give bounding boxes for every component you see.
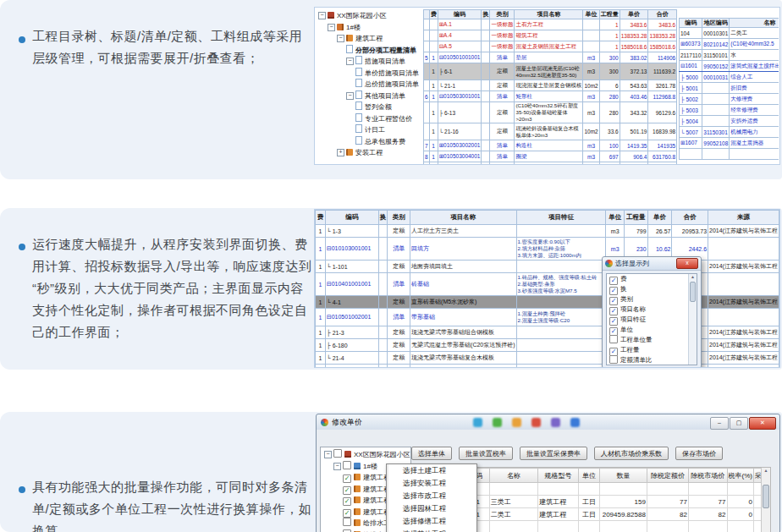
- table-row[interactable]: 1└ 4-1定额直形砖基础(M5水泥砂浆)2014(江苏建筑与装饰工程: [316, 296, 779, 309]
- table-row[interactable]: ├ 500000010031综合人工机械台班: [680, 72, 779, 83]
- table-row[interactable]: 10400010301二类工建筑工程: [680, 28, 779, 39]
- column-header[interactable]: 编码: [680, 19, 702, 28]
- table-row[interactable]: 61⊟010503001001清单矩形柱m3280403.46112968.8: [424, 91, 677, 102]
- column-header[interactable]: 单位: [579, 469, 600, 483]
- tree-item[interactable]: +安装工程: [317, 147, 421, 159]
- column-header[interactable]: 类别: [388, 211, 410, 225]
- tree-item[interactable]: 暂列金额: [317, 101, 421, 113]
- column-header[interactable]: 项目特征: [516, 211, 606, 225]
- table-row[interactable]: ├ 5004安拆外运费: [680, 116, 779, 127]
- table-row[interactable]: ⊟160199050152滚筒式混凝土搅拌出料容量400L: [680, 61, 779, 72]
- expander-icon[interactable]: −: [324, 451, 332, 458]
- column-option[interactable]: 定额清单比: [607, 355, 697, 365]
- table-row[interactable]: ├ 5003经常修理费: [680, 105, 779, 116]
- column-header[interactable]: 合价: [648, 10, 677, 19]
- scrollbar-thumb[interactable]: [763, 485, 769, 508]
- column-header[interactable]: 换: [378, 211, 388, 225]
- column-option[interactable]: 项目名称: [607, 304, 697, 315]
- table-row[interactable]: [680, 149, 779, 160]
- column-header[interactable]: 工程量: [624, 211, 647, 225]
- column-header[interactable]: 项目名称: [410, 211, 517, 225]
- checkbox[interactable]: [609, 355, 618, 364]
- column-header[interactable]: 换: [482, 10, 490, 19]
- table-row[interactable]: 81⊞010503004001清单圈梁m3697906.4631760.8: [424, 151, 677, 162]
- tree-item[interactable]: −1#楼: [317, 22, 421, 34]
- table-row[interactable]: [443, 521, 770, 532]
- table-row[interactable]: 1└ 21-16定额现浇砼斜设备基础复合木模板单体>20m310m233.650…: [424, 123, 677, 140]
- column-option[interactable]: 单位: [607, 325, 697, 335]
- column-header[interactable]: 费: [316, 211, 326, 225]
- table-row[interactable]: └ 500731150301机械用电力: [680, 127, 779, 138]
- column-header[interactable]: 单位: [583, 10, 599, 19]
- table-row[interactable]: ⊞160799052108混凝土震捣器平板式: [680, 138, 779, 149]
- tree-item[interactable]: −其他项目清单: [317, 90, 421, 102]
- tree-item[interactable]: 总承包服务费: [317, 136, 421, 148]
- table-row[interactable]: 人工: [443, 483, 770, 496]
- checkbox[interactable]: [343, 461, 351, 469]
- tree-item[interactable]: 分部分项工程量清单: [317, 45, 421, 57]
- table-row[interactable]: ├ 5001折旧费: [680, 83, 779, 94]
- checkbox[interactable]: [343, 518, 351, 526]
- table-row[interactable]: 00010301二类工建筑工程工日209459.8258882820: [443, 508, 770, 521]
- expander-icon[interactable]: −: [346, 58, 354, 65]
- close-icon[interactable]: x: [676, 258, 698, 269]
- column-header[interactable]: 名称: [489, 469, 537, 483]
- toolbar-button[interactable]: 保存市场价: [675, 447, 723, 460]
- scrollbar-thumb[interactable]: [690, 282, 696, 302]
- column-header[interactable]: 规格型号: [538, 469, 579, 483]
- checkbox[interactable]: [333, 449, 342, 458]
- toolbar-button[interactable]: 选择单体: [411, 447, 452, 460]
- vertical-scrollbar[interactable]: ▲: [761, 468, 770, 532]
- menu-item[interactable]: 选择园林工程: [387, 502, 476, 515]
- close-icon[interactable]: ✕: [749, 417, 776, 430]
- column-header[interactable]: 地区编码: [702, 19, 730, 28]
- expander-icon[interactable]: −: [346, 92, 354, 100]
- table-row[interactable]: 1├ 6-13定额(C10砼40mm32.5碎石塑度35-50)设备基础砼凝体>…: [424, 102, 677, 123]
- table-row[interactable]: 00010401三类工建筑工程工日15977770: [443, 496, 770, 508]
- checkbox[interactable]: [609, 335, 618, 343]
- table-row[interactable]: 211711031150101水: [680, 50, 779, 61]
- expander-icon[interactable]: −: [333, 463, 341, 470]
- tree-item[interactable]: 专业工程暂估价: [317, 113, 421, 125]
- table-row[interactable]: 1├ 6-180定额无梁式混凝土带形基础(C20泵送预拌砼)2014(江苏建筑与…: [316, 339, 779, 352]
- column-header[interactable]: 税率(%): [727, 469, 753, 483]
- table-row[interactable]: 1└ 1-3定额人工挖土方三类土m379926.5720953.732014(江…: [316, 225, 779, 238]
- column-header[interactable]: 名称: [730, 19, 779, 28]
- checkbox[interactable]: [343, 486, 351, 495]
- expander-icon[interactable]: −: [328, 24, 335, 31]
- toolbar-button[interactable]: 批量设置采保费率: [520, 447, 587, 460]
- toolbar-button[interactable]: 批量设置税率: [459, 447, 513, 460]
- column-header[interactable]: 单位: [606, 211, 625, 225]
- table-row[interactable]: ⊟A.5一级标题混凝土及钢筋混凝土工程11585018.61585018.6: [424, 41, 677, 52]
- column-option[interactable]: 项目特征: [607, 315, 697, 325]
- checkbox[interactable]: [343, 474, 351, 483]
- menu-item[interactable]: 选择市政工程: [387, 490, 476, 502]
- column-header[interactable]: 数量: [600, 469, 647, 483]
- column-option[interactable]: 换: [607, 284, 697, 294]
- column-header[interactable]: [424, 10, 430, 19]
- table-row[interactable]: 1⊟010502001001清单矩形柱1.混凝土强度等级:C20: [316, 365, 779, 368]
- expander-icon[interactable]: +: [337, 149, 344, 156]
- column-header[interactable]: 除税市场价: [688, 469, 727, 483]
- table-row[interactable]: ⊞A.1一级标题土石方工程13483.63483.6: [424, 19, 677, 30]
- column-header[interactable]: 来源: [708, 211, 779, 225]
- tree-item[interactable]: −XX区国际花园小区: [322, 449, 410, 461]
- table-row[interactable]: 1└ 21-1定额现浇混凝土垫层复合钢模板10m26543.633261.78: [424, 80, 677, 91]
- column-header[interactable]: 除税定额价: [647, 469, 688, 483]
- tree-item[interactable]: −措施项目清单: [317, 56, 421, 68]
- column-header[interactable]: 编码: [325, 211, 378, 225]
- window-titlebar[interactable]: 修改单价 – ▢ ✕: [317, 414, 779, 431]
- menu-item[interactable]: 选择安装工程: [387, 477, 476, 490]
- column-option[interactable]: 工程量: [607, 345, 697, 355]
- tree-item[interactable]: −XX国际花园小区: [317, 10, 421, 22]
- table-row[interactable]: ├ 5002大修理费: [680, 94, 779, 105]
- checkbox[interactable]: [343, 529, 351, 532]
- checkbox[interactable]: [343, 497, 351, 506]
- dialog-titlebar[interactable]: 选择显示列 x: [603, 257, 701, 271]
- menu-item[interactable]: 选择修缮工程: [387, 515, 476, 528]
- column-header[interactable]: 编码: [438, 10, 482, 19]
- table-row[interactable]: ⊞A.4一级标题砌筑工程1138353.28138353.28: [424, 30, 677, 41]
- table-row[interactable]: 1└ 1-101定额地面夯填回填土m32302014(江苏建筑与装饰工程: [316, 261, 779, 273]
- table-row[interactable]: 91⊞010505001001清单有梁板m3680858.1583508: [424, 162, 677, 165]
- maximize-icon[interactable]: ▢: [730, 417, 748, 430]
